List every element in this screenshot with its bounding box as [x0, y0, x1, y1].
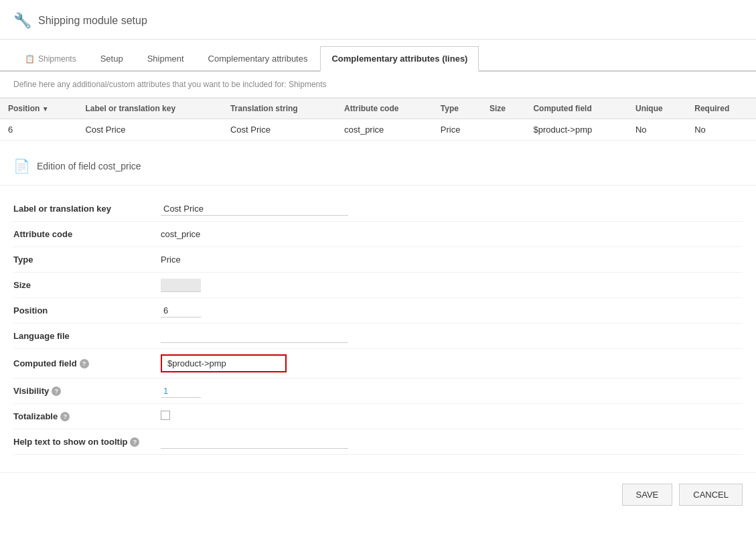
form-row-computed-field: Computed field ? — [13, 349, 743, 378]
col-type: Type — [433, 98, 481, 119]
form-row-size: Size — [13, 273, 743, 298]
edition-icon: 📄 — [13, 158, 30, 174]
col-label: Label or translation key — [77, 98, 222, 119]
cell-size — [481, 119, 526, 141]
visibility-input[interactable] — [161, 384, 201, 398]
tab-shipments[interactable]: 📋 Shipments — [13, 47, 88, 70]
col-required: Required — [686, 98, 756, 119]
cell-translation: Cost Price — [222, 119, 336, 141]
form-row-visibility: Visibility ? — [13, 378, 743, 404]
form-row-help-text: Help text to show on tooltip ? — [13, 429, 743, 455]
form-row-attribute-code: Attribute code cost_price — [13, 222, 743, 247]
form-value-visibility — [161, 384, 743, 398]
col-position[interactable]: Position ▼ — [0, 98, 77, 119]
edition-title: Edition of field cost_price — [37, 161, 141, 171]
form-label-label: Label or translation key — [13, 204, 161, 214]
tab-complementary-attributes[interactable]: Complementary attributes — [197, 46, 319, 70]
attributes-table-wrapper: Position ▼ Label or translation key Tran… — [0, 98, 756, 141]
form-label-computed-field: Computed field ? — [13, 358, 161, 368]
save-button[interactable]: SAVE — [622, 484, 673, 506]
form-label-attribute-code: Attribute code — [13, 229, 161, 239]
form-value-position — [161, 304, 743, 318]
form-value-type: Price — [161, 255, 743, 265]
help-text-help-icon[interactable]: ? — [130, 437, 139, 447]
col-unique: Unique — [627, 98, 686, 119]
visibility-help-icon[interactable]: ? — [52, 387, 61, 396]
col-computed-field: Computed field — [525, 98, 627, 119]
cancel-button[interactable]: CANCEL — [679, 484, 743, 506]
form-value-totalizable — [161, 411, 743, 422]
tab-icon-shipments: 📋 — [25, 54, 35, 64]
col-size: Size — [481, 98, 526, 119]
edition-section-header: 📄 Edition of field cost_price — [0, 147, 756, 186]
cell-unique: No — [627, 119, 686, 141]
computed-field-help-icon[interactable]: ? — [80, 359, 89, 368]
form-row-totalizable: Totalizable ? — [13, 404, 743, 429]
form-value-attribute-code: cost_price — [161, 229, 743, 239]
form-value-size — [161, 279, 743, 292]
cell-position: 6 — [0, 119, 77, 141]
form-value-help-text — [161, 435, 743, 449]
cell-required: No — [686, 119, 756, 141]
tab-complementary-attributes-lines[interactable]: Complementary attributes (lines) — [320, 46, 479, 72]
page-description: Define here any additional/custom attrib… — [0, 72, 756, 98]
wrench-icon: 🔧 — [13, 12, 31, 29]
form-label-size: Size — [13, 280, 161, 290]
size-input[interactable] — [161, 279, 201, 292]
tab-setup[interactable]: Setup — [89, 46, 135, 70]
form-label-type: Type — [13, 255, 161, 265]
table-row[interactable]: 6 Cost Price Cost Price cost_price Price… — [0, 119, 756, 141]
form-label-position: Position — [13, 305, 161, 316]
totalizable-help-icon[interactable]: ? — [60, 412, 70, 421]
tab-shipment[interactable]: Shipment — [136, 46, 196, 70]
form-value-label — [161, 202, 743, 216]
totalizable-checkbox[interactable] — [161, 411, 170, 420]
language-file-input[interactable] — [161, 330, 348, 343]
edition-form: Label or translation key Attribute code … — [0, 186, 756, 466]
form-value-language-file — [161, 330, 743, 343]
col-translation: Translation string — [222, 98, 336, 119]
cell-attribute-code: cost_price — [336, 119, 433, 141]
form-row-language-file: Language file — [13, 324, 743, 349]
sort-arrow-icon: ▼ — [42, 105, 49, 113]
form-row-label: Label or translation key — [13, 196, 743, 222]
form-label-help-text: Help text to show on tooltip ? — [13, 437, 161, 447]
cell-computed-field: $product->pmp — [525, 119, 627, 141]
form-row-type: Type Price — [13, 247, 743, 273]
help-text-input[interactable] — [161, 435, 348, 449]
cell-type: Price — [433, 119, 481, 141]
position-input[interactable] — [161, 304, 201, 318]
cell-label: Cost Price — [77, 119, 222, 141]
computed-field-input[interactable] — [161, 354, 287, 372]
form-label-totalizable: Totalizable ? — [13, 411, 161, 421]
page-title: Shipping module setup — [38, 15, 147, 27]
form-label-language-file: Language file — [13, 331, 161, 341]
form-label-visibility: Visibility ? — [13, 386, 161, 396]
form-value-computed-field — [161, 354, 743, 372]
footer-buttons: SAVE CANCEL — [0, 472, 756, 516]
attributes-table: Position ▼ Label or translation key Tran… — [0, 98, 756, 141]
form-row-position: Position — [13, 298, 743, 324]
col-attribute-code: Attribute code — [336, 98, 433, 119]
label-input[interactable] — [161, 202, 348, 216]
tabs-bar: 📋 Shipments Setup Shipment Complementary… — [0, 46, 756, 72]
